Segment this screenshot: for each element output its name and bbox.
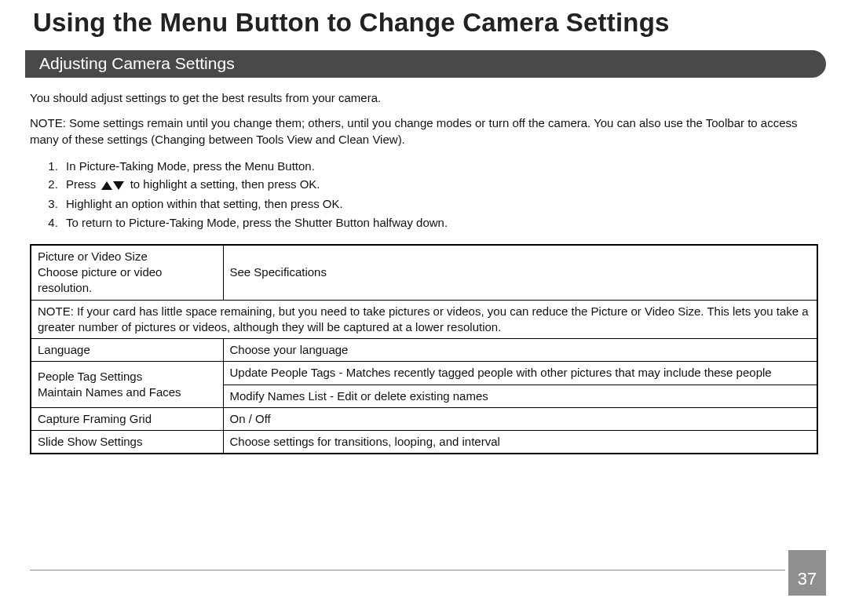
table-row: People Tag Settings Maintain Names and F… [31,362,817,385]
setting-value: Choose your language [223,339,817,362]
table-note-row: NOTE: If your card has little space rema… [31,300,817,339]
setting-label: People Tag Settings Maintain Names and F… [31,362,223,408]
setting-value: On / Off [223,407,817,430]
setting-value: Choose settings for transitions, looping… [223,431,817,454]
setting-label: Language [31,339,223,362]
table-note-text: NOTE: If your card has little space rema… [31,300,817,339]
table-row: Capture Framing Grid On / Off [31,407,817,430]
page-number: 37 [788,550,826,596]
section-heading: Adjusting Camera Settings [25,50,826,78]
setting-label: Slide Show Settings [31,431,223,454]
arrow-up-icon [101,181,112,190]
table-row: Picture or Video Size Choose picture or … [31,245,817,300]
setting-label-sub: Maintain Names and Faces [38,385,217,400]
step-3: Highlight an option within that setting,… [61,195,818,213]
note-text: NOTE: Some settings remain until you cha… [30,115,818,148]
setting-value: Update People Tags - Matches recently ta… [223,362,817,385]
setting-label: Picture or Video Size Choose picture or … [31,245,223,300]
page-title: Using the Menu Button to Change Camera S… [33,8,818,38]
step-2: Press to highlight a setting, then press… [61,175,818,195]
step-2-prefix: Press [66,177,96,191]
table-row: Language Choose your language [31,339,817,362]
footer-divider [30,570,785,570]
arrow-down-icon [113,181,124,190]
step-2-suffix: to highlight a setting, then press OK. [130,177,320,191]
manual-page: Using the Menu Button to Change Camera S… [0,0,848,616]
setting-value: Modify Names List - Edit or delete exist… [223,385,817,407]
setting-value: See Specifications [223,245,817,300]
settings-table: Picture or Video Size Choose picture or … [30,244,818,455]
setting-label: Capture Framing Grid [31,407,223,430]
step-4: To return to Picture-Taking Mode, press … [61,213,818,231]
up-down-arrow-icon [101,177,124,195]
setting-label-sub: Choose picture or video resolution. [38,264,217,297]
step-1: In Picture-Taking Mode, press the Menu B… [61,157,818,175]
table-row: Slide Show Settings Choose settings for … [31,431,817,454]
intro-text: You should adjust settings to get the be… [30,90,818,106]
instruction-list: In Picture-Taking Mode, press the Menu B… [30,157,818,231]
setting-label-title: People Tag Settings [38,369,217,385]
setting-label-title: Picture or Video Size [38,249,217,264]
